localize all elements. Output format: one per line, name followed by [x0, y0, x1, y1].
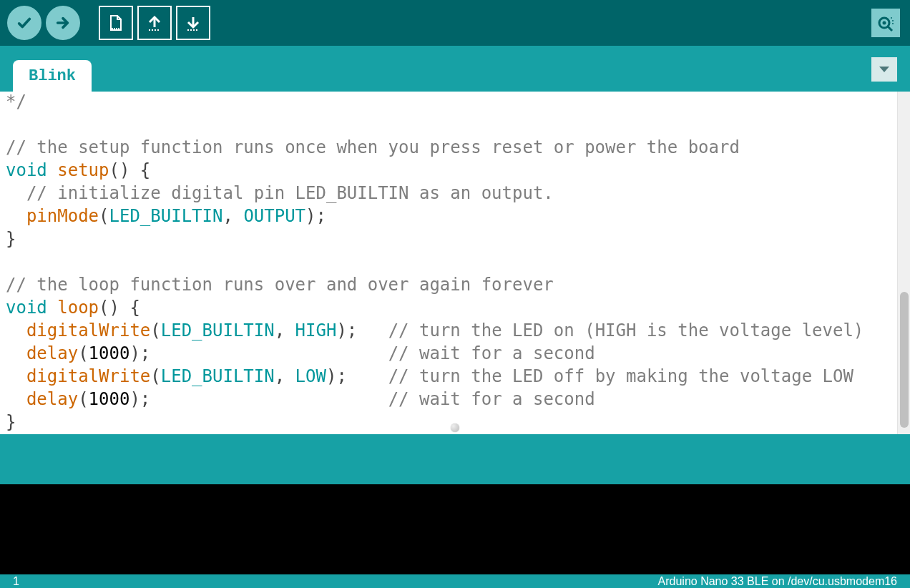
code-text: ( — [150, 366, 160, 386]
code-text: ); — [326, 366, 388, 386]
code-comment: // the loop function runs over and over … — [6, 275, 554, 295]
code-constant: LED_BUILTIN — [161, 366, 275, 386]
code-constant: LED_BUILTIN — [109, 206, 223, 226]
code-line: */ — [6, 92, 26, 112]
code-keyword: void — [6, 298, 47, 318]
code-text: ( — [78, 389, 88, 409]
code-function: delay — [26, 343, 78, 363]
code-text: ); — [129, 389, 388, 409]
code-function: setup — [57, 160, 109, 180]
toolbar — [0, 0, 910, 46]
code-text: , — [275, 320, 295, 340]
code-text: () { — [109, 160, 151, 180]
code-function: loop — [57, 298, 99, 318]
code-text: ); — [305, 206, 326, 226]
svg-point-12 — [891, 17, 892, 19]
code-indent — [6, 206, 26, 226]
code-text: ( — [150, 320, 160, 340]
tab-bar: Blink — [0, 46, 910, 92]
serial-monitor-button[interactable] — [871, 9, 900, 37]
svg-point-14 — [892, 23, 894, 24]
status-board-port: Arduino Nano 33 BLE on /dev/cu.usbmodem1… — [658, 575, 897, 588]
code-function: delay — [26, 389, 78, 409]
save-sketch-button[interactable] — [176, 6, 210, 40]
svg-point-1 — [112, 28, 112, 29]
code-constant: LED_BUILTIN — [161, 320, 275, 340]
verify-button[interactable] — [7, 6, 41, 40]
code-text: ); — [129, 343, 388, 363]
code-comment: // wait for a second — [388, 343, 595, 363]
code-indent — [6, 389, 26, 409]
code-number: 1000 — [89, 389, 130, 409]
svg-point-3 — [116, 28, 117, 29]
code-constant: LOW — [295, 366, 326, 386]
svg-marker-15 — [879, 67, 889, 72]
status-bar: 1 Arduino Nano 33 BLE on /dev/cu.usbmode… — [0, 574, 910, 588]
arrow-right-icon — [55, 15, 71, 31]
code-comment: // wait for a second — [388, 389, 595, 409]
scrollbar-thumb[interactable] — [900, 292, 909, 428]
serial-monitor-icon — [877, 14, 894, 31]
new-sketch-button[interactable] — [99, 6, 133, 40]
open-sketch-button[interactable] — [137, 6, 172, 40]
tab-menu-button[interactable] — [871, 57, 897, 82]
tab-blink[interactable]: Blink — [13, 60, 92, 92]
code-function: digitalWrite — [26, 320, 150, 340]
code-text: } — [6, 412, 16, 432]
code-content[interactable]: */ // the setup function runs once when … — [0, 92, 910, 433]
arrow-up-icon — [146, 14, 163, 31]
code-text: , — [222, 206, 243, 226]
svg-point-13 — [892, 20, 894, 21]
file-icon — [107, 14, 124, 31]
code-constant: HIGH — [295, 320, 337, 340]
code-indent — [6, 343, 26, 363]
output-console[interactable] — [0, 484, 910, 574]
code-comment: // initialize digital pin LED_BUILTIN as… — [6, 183, 554, 203]
code-text: ); — [336, 320, 388, 340]
code-editor[interactable]: */ // the setup function runs once when … — [0, 92, 910, 434]
svg-point-10 — [883, 21, 886, 25]
code-function: pinMode — [26, 206, 99, 226]
status-line-number: 1 — [13, 575, 19, 588]
svg-point-2 — [114, 28, 114, 29]
code-text: , — [275, 366, 295, 386]
code-keyword: void — [6, 160, 47, 180]
code-text: ( — [99, 206, 109, 226]
code-indent — [6, 320, 26, 340]
code-constant: OUTPUT — [243, 206, 305, 226]
svg-point-4 — [118, 28, 119, 29]
panel-resize-handle[interactable] — [451, 423, 459, 432]
upload-button[interactable] — [46, 6, 80, 40]
svg-line-11 — [888, 26, 892, 31]
code-text: } — [6, 229, 16, 249]
check-icon — [16, 15, 32, 31]
code-text: ( — [78, 343, 88, 363]
chevron-down-icon — [879, 66, 890, 73]
code-comment: // turn the LED on (HIGH is the voltage … — [388, 320, 864, 340]
message-bar — [0, 434, 910, 484]
code-indent — [6, 366, 26, 386]
code-text: () { — [99, 298, 140, 318]
arrow-down-icon — [185, 14, 202, 31]
code-function: digitalWrite — [26, 366, 150, 386]
editor-scrollbar[interactable] — [897, 92, 910, 434]
code-comment: // turn the LED off by making the voltag… — [388, 366, 853, 386]
code-number: 1000 — [89, 343, 130, 363]
code-comment: // the setup function runs once when you… — [6, 137, 740, 157]
